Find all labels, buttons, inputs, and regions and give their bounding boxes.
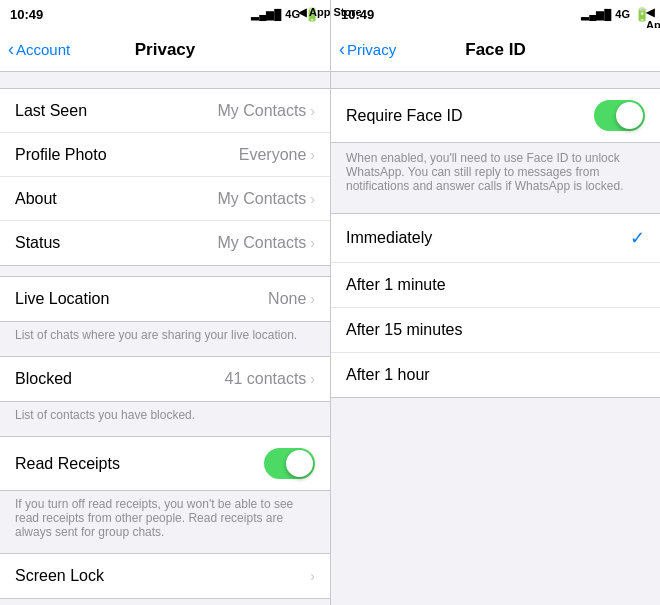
back-button-right[interactable]: ‹ Privacy: [339, 39, 396, 60]
chevron-blocked: ›: [310, 371, 315, 387]
note-live-location: List of chats where you are sharing your…: [0, 322, 330, 352]
status-bar-right: 10:49 ◀ App Store ▂▄▆█ 4G 🔋: [331, 0, 660, 28]
back-label-right[interactable]: Privacy: [347, 41, 396, 58]
description-faceid: When enabled, you'll need to use Face ID…: [331, 143, 660, 203]
row-live-location[interactable]: Live Location None ›: [0, 277, 330, 321]
back-label-left[interactable]: Account: [16, 41, 70, 58]
label-last-seen: Last Seen: [15, 102, 87, 120]
row-about[interactable]: About My Contacts ›: [0, 177, 330, 221]
value-about: My Contacts ›: [217, 190, 315, 208]
label-screen-lock: Screen Lock: [15, 567, 104, 585]
chevron-status: ›: [310, 235, 315, 251]
label-profile-photo: Profile Photo: [15, 146, 107, 164]
row-read-receipts[interactable]: Read Receipts: [0, 437, 330, 490]
note-blocked: List of contacts you have blocked.: [0, 402, 330, 432]
nav-title-left: Privacy: [135, 40, 196, 60]
chevron-live-location: ›: [310, 291, 315, 307]
value-blocked: 41 contacts ›: [225, 370, 316, 388]
row-screen-lock[interactable]: Screen Lock ›: [0, 554, 330, 598]
value-last-seen: My Contacts ›: [217, 102, 315, 120]
row-status[interactable]: Status My Contacts ›: [0, 221, 330, 265]
row-last-seen[interactable]: Last Seen My Contacts ›: [0, 89, 330, 133]
section-who-can-see: Last Seen My Contacts › Profile Photo Ev…: [0, 88, 330, 266]
checkmark-immediately: ✓: [630, 227, 645, 249]
nav-title-right: Face ID: [465, 40, 525, 60]
value-status: My Contacts ›: [217, 234, 315, 252]
status-bar-left: 10:49 ◀ App Store ▂▄▆█ 4G 🔋: [0, 0, 330, 28]
privacy-panel: 10:49 ◀ App Store ▂▄▆█ 4G 🔋 ‹ Account Pr…: [0, 0, 330, 605]
back-chevron-right: ‹: [339, 39, 345, 60]
toggle-knob-read-receipts: [286, 450, 313, 477]
label-1min: After 1 minute: [346, 276, 446, 294]
option-1min[interactable]: After 1 minute: [331, 263, 660, 308]
face-id-panel: 10:49 ◀ App Store ▂▄▆█ 4G 🔋 ‹ Privacy Fa…: [330, 0, 660, 605]
value-screen-lock: ›: [310, 568, 315, 584]
value-live-location: None ›: [268, 290, 315, 308]
nav-bar-left: ‹ Account Privacy: [0, 28, 330, 72]
label-immediately: Immediately: [346, 229, 432, 247]
label-about: About: [15, 190, 57, 208]
chevron-profile-photo: ›: [310, 147, 315, 163]
toggle-read-receipts[interactable]: [264, 448, 315, 479]
chevron-screen-lock: ›: [310, 568, 315, 584]
label-15min: After 15 minutes: [346, 321, 463, 339]
status-icons-right: ▂▄▆█ 4G 🔋: [581, 7, 650, 22]
row-blocked[interactable]: Blocked 41 contacts ›: [0, 357, 330, 401]
signal-icon-right: ▂▄▆█: [581, 9, 611, 20]
note-screen-lock: Require Face ID to unlock WhatsApp.: [0, 599, 330, 605]
section-blocked: Blocked 41 contacts ›: [0, 356, 330, 402]
option-1hour[interactable]: After 1 hour: [331, 353, 660, 397]
content-left: Last Seen My Contacts › Profile Photo Ev…: [0, 72, 330, 605]
label-blocked: Blocked: [15, 370, 72, 388]
label-require-faceid: Require Face ID: [346, 107, 463, 125]
section-require-faceid: Require Face ID: [331, 88, 660, 143]
section-faceid-timing: Immediately ✓ After 1 minute After 15 mi…: [331, 213, 660, 398]
option-immediately[interactable]: Immediately ✓: [331, 214, 660, 263]
toggle-require-faceid[interactable]: [594, 100, 645, 131]
section-screen-lock: Screen Lock ›: [0, 553, 330, 599]
section-live-location: Live Location None ›: [0, 276, 330, 322]
row-require-faceid[interactable]: Require Face ID: [331, 89, 660, 142]
chevron-about: ›: [310, 191, 315, 207]
toggle-knob-faceid: [616, 102, 643, 129]
time-left: 10:49: [10, 7, 43, 22]
label-status: Status: [15, 234, 60, 252]
label-read-receipts: Read Receipts: [15, 455, 120, 473]
content-right: Require Face ID When enabled, you'll nee…: [331, 72, 660, 605]
row-profile-photo[interactable]: Profile Photo Everyone ›: [0, 133, 330, 177]
back-chevron-left: ‹: [8, 39, 14, 60]
back-button-left[interactable]: ‹ Account: [8, 39, 70, 60]
option-15min[interactable]: After 15 minutes: [331, 308, 660, 353]
nav-bar-right: ‹ Privacy Face ID: [331, 28, 660, 72]
value-profile-photo: Everyone ›: [239, 146, 315, 164]
section-read-receipts: Read Receipts: [0, 436, 330, 491]
note-read-receipts: If you turn off read receipts, you won't…: [0, 491, 330, 549]
label-live-location: Live Location: [15, 290, 109, 308]
chevron-last-seen: ›: [310, 103, 315, 119]
network-right: 4G: [615, 8, 630, 20]
app-store-label: ◀ App Store: [298, 6, 330, 19]
signal-icon-left: ▂▄▆█: [251, 9, 281, 20]
label-1hour: After 1 hour: [346, 366, 430, 384]
